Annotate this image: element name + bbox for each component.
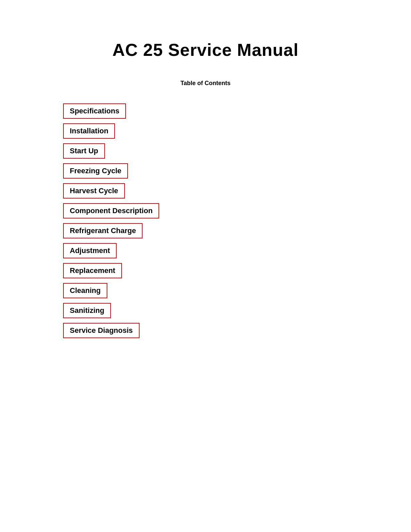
page-title: AC 25 Service Manual [112,40,298,60]
toc-item-specifications[interactable]: Specifications [63,103,126,119]
toc-item-sanitizing[interactable]: Sanitizing [63,303,111,318]
toc-item-installation[interactable]: Installation [63,123,115,139]
toc-item-start-up[interactable]: Start Up [63,143,105,159]
toc-label: Table of Contents [180,80,231,87]
toc-item-adjustment[interactable]: Adjustment [63,243,117,258]
toc-item-service-diagnosis[interactable]: Service Diagnosis [63,323,140,338]
toc-item-refrigerant-charge[interactable]: Refrigerant Charge [63,223,143,238]
toc-item-cleaning[interactable]: Cleaning [63,283,107,298]
toc-item-harvest-cycle[interactable]: Harvest Cycle [63,183,125,199]
toc-list: SpecificationsInstallationStart UpFreezi… [33,103,378,338]
toc-item-freezing-cycle[interactable]: Freezing Cycle [63,163,128,179]
page-container: AC 25 Service Manual Table of Contents S… [0,0,411,532]
toc-item-replacement[interactable]: Replacement [63,263,122,278]
toc-item-component-description[interactable]: Component Description [63,203,159,218]
